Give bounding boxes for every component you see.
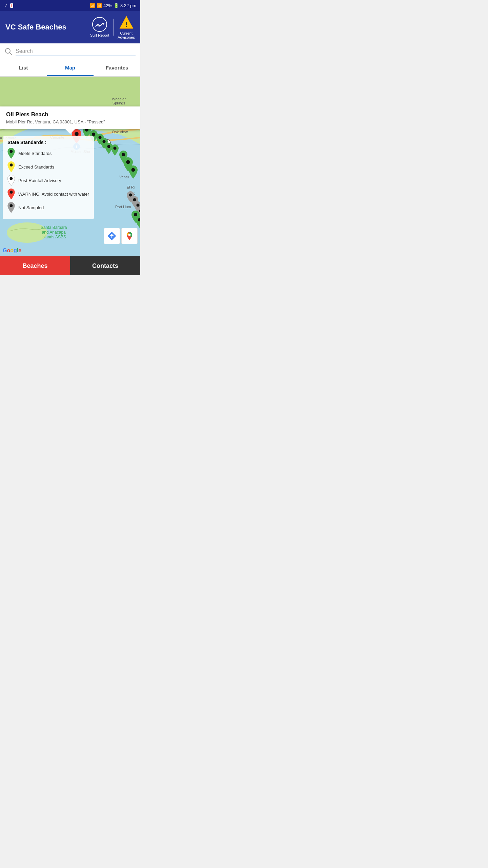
legend-item-notsampled: Not Sampled [7, 202, 89, 213]
map-label-oakview: Oak View [112, 130, 128, 134]
legend-pin-white [7, 175, 15, 186]
popup-arrow [65, 129, 75, 134]
google-logo: Google [3, 248, 21, 254]
legend-label-meets: Meets Standards [18, 151, 52, 156]
svg-point-15 [92, 133, 95, 136]
popup-address: Mobil Pier Rd, Ventura, CA 93001, USA - … [6, 119, 134, 124]
svg-text:!: ! [125, 20, 127, 28]
svg-point-24 [133, 198, 136, 201]
header-icons: Surf Report ! CurrentAdvisories [90, 15, 135, 39]
search-container [0, 43, 140, 60]
app-title: VC Safe Beaches [5, 23, 66, 32]
time-display: 8:22 pm [120, 3, 136, 8]
legend-label-warning: WARNING: Avoid contact with water [18, 192, 89, 197]
map-label-wheeler: WheelerSprings [112, 97, 126, 105]
contacts-nav-button[interactable]: Contacts [70, 256, 140, 275]
tab-list[interactable]: List [0, 60, 47, 76]
search-icon [5, 48, 12, 55]
legend-item-exceed: Exceed Standards [7, 161, 89, 172]
legend-pin-gray [7, 202, 15, 213]
map-label-elrio: El Ri [127, 185, 135, 189]
legend-item-rainfall: Post-Rainfall Advisory [7, 175, 89, 186]
legend-pin-red [7, 189, 15, 199]
advisories-label: CurrentAdvisories [118, 31, 135, 39]
map-pin-green-6[interactable] [111, 144, 119, 156]
status-left: ✓ f [4, 3, 13, 8]
svg-point-20 [122, 153, 125, 156]
legend-pin-green [7, 148, 15, 159]
svg-point-33 [10, 204, 13, 207]
map-pin-green-br-2[interactable] [136, 216, 140, 228]
legend-item-meets: Meets Standards [7, 148, 89, 159]
svg-line-3 [9, 53, 12, 55]
tab-favorites[interactable]: Favorites [94, 60, 140, 76]
status-right: 📶 📶 42% 🔋 8:22 pm [90, 3, 136, 8]
checkmark-icon: ✓ [4, 3, 8, 8]
svg-point-18 [107, 145, 110, 148]
search-input[interactable] [16, 47, 136, 56]
status-bar: ✓ f 📶 📶 42% 🔋 8:22 pm [0, 0, 140, 11]
legend-title: State Standards : [7, 140, 89, 145]
warning-icon: ! [119, 15, 134, 30]
wave-icon [92, 17, 107, 32]
map-pin-green-9[interactable] [129, 165, 138, 179]
svg-point-19 [113, 146, 116, 150]
svg-point-12 [75, 132, 79, 136]
svg-point-30 [10, 163, 13, 166]
svg-point-35 [128, 234, 131, 236]
header-divider [113, 19, 114, 36]
beaches-nav-button[interactable]: Beaches [0, 256, 70, 275]
legend-label-exceed: Exceed Standards [18, 164, 54, 170]
google-maps-button[interactable] [121, 228, 138, 244]
popup-title: Oil Piers Beach [6, 111, 134, 118]
legend-item-warning: WARNING: Avoid contact with water [7, 189, 89, 199]
directions-button[interactable] [104, 228, 120, 244]
svg-point-32 [10, 191, 13, 194]
signal-icon: 📶 [97, 3, 102, 8]
legend-label-rainfall: Post-Rainfall Advisory [18, 178, 61, 183]
surf-report-label: Surf Report [90, 33, 109, 37]
advisories-button[interactable]: ! CurrentAdvisories [118, 15, 135, 39]
map-action-buttons [104, 228, 138, 244]
map-popup: Oil Piers Beach Mobil Pier Rd, Ventura, … [0, 106, 140, 129]
svg-point-22 [131, 168, 135, 172]
map-label-porthu: Port Hum [115, 205, 131, 209]
flipboard-icon: f [10, 3, 13, 8]
wifi-icon: 📶 [90, 3, 95, 8]
svg-point-29 [10, 150, 13, 153]
map-legend: State Standards : Meets Standards Exceed… [3, 136, 94, 219]
battery-icon: 🔋 [114, 3, 119, 8]
tabs-container: List Map Favorites [0, 60, 140, 77]
app-header: VC Safe Beaches Surf Report ! CurrentAdv… [0, 11, 140, 43]
svg-point-25 [136, 203, 139, 206]
surf-report-button[interactable]: Surf Report [90, 17, 109, 37]
map-label-ventura: Ventu [119, 175, 129, 179]
svg-point-31 [10, 177, 13, 180]
svg-point-21 [126, 160, 130, 164]
legend-label-notsampled: Not Sampled [18, 205, 44, 210]
santa-barbara-label: Santa Barbaraand AnacapaIslands ASBS [41, 225, 67, 239]
tab-map[interactable]: Map [47, 60, 94, 76]
legend-pin-yellow [7, 161, 15, 172]
map-container[interactable]: 101 150 WheelerSprings a Barbara Carpint… [0, 77, 140, 256]
bottom-navigation: Beaches Contacts [0, 256, 140, 275]
battery-percentage: 42% [103, 3, 112, 8]
